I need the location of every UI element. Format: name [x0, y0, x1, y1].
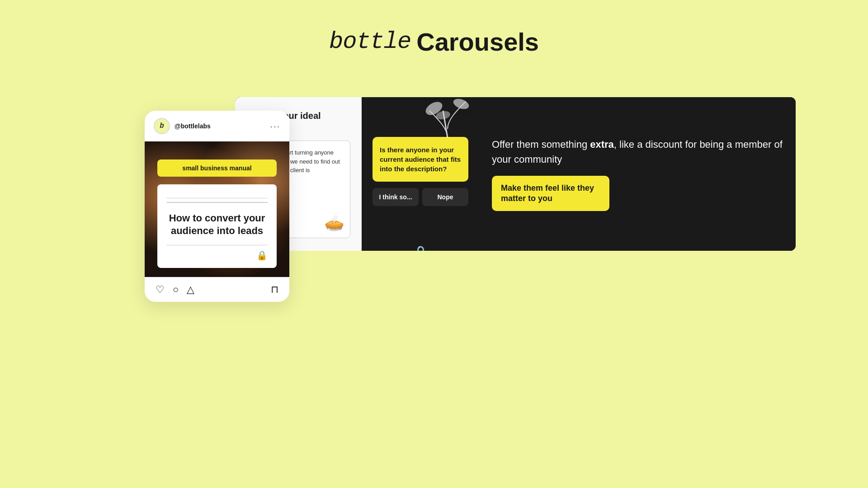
page-header: bottle Carousels [329, 0, 539, 56]
offer-emphasis: extra [590, 139, 614, 150]
action-icons: ♡ ○ △ [156, 284, 194, 296]
panel-audience-check: Is there anyone in your current audience… [362, 97, 479, 251]
three-dots-icon[interactable]: ··· [270, 121, 280, 131]
bottom-lock-icon: 🔒 [413, 245, 429, 251]
answer-no-button[interactable]: Nope [422, 188, 468, 206]
audience-question: Is there anyone in your current audience… [380, 145, 461, 174]
white-content-card: How to convert your audience into leads … [157, 184, 277, 268]
bookmark-icon[interactable]: ⊓ [271, 284, 278, 296]
svg-point-1 [452, 97, 471, 111]
post-image: small business manual How to convert you… [145, 141, 289, 277]
cta-text: Make them feel like they matter to you [501, 183, 600, 204]
lock-icon: 🔒 [256, 250, 268, 261]
line-1 [166, 198, 268, 199]
username: @bottlelabs [175, 122, 211, 130]
plant-decoration [420, 97, 475, 149]
phone-mockup: b @bottlelabs ··· small business manual … [145, 111, 289, 302]
carousel-strip: Who is your ideal client? Before we star… [235, 97, 796, 251]
page-title: Carousels [416, 27, 539, 56]
phone-bottom-bar: ♡ ○ △ ⊓ [145, 277, 289, 302]
main-content: b @bottlelabs ··· small business manual … [145, 111, 723, 302]
yellow-cta-box: Make them feel like they matter to you [492, 176, 609, 211]
offer-text-plain: Offer them something [492, 139, 590, 150]
line-3 [166, 245, 268, 246]
send-icon[interactable]: △ [187, 284, 194, 296]
comment-icon[interactable]: ○ [173, 284, 179, 296]
answer-yes-button[interactable]: I think so... [373, 188, 419, 206]
card-lines-bottom [166, 245, 268, 249]
card-main-title: How to convert your audience into leads [166, 212, 268, 238]
answer-buttons: I think so... Nope [373, 188, 468, 206]
brand-name: bottle [329, 28, 411, 55]
card-label: small business manual [182, 164, 251, 172]
panel-offer: Offer them something extra, like a disco… [479, 97, 796, 251]
card-lines [166, 198, 268, 206]
pie-icon: 🥧 [324, 213, 344, 232]
yellow-label-card: small business manual [157, 160, 277, 177]
line-2 [166, 202, 268, 203]
profile-section: b @bottlelabs [154, 118, 211, 134]
heart-icon[interactable]: ♡ [156, 284, 165, 296]
avatar: b [154, 118, 170, 134]
phone-header: b @bottlelabs ··· [145, 111, 289, 141]
offer-text: Offer them something extra, like a disco… [492, 137, 783, 167]
